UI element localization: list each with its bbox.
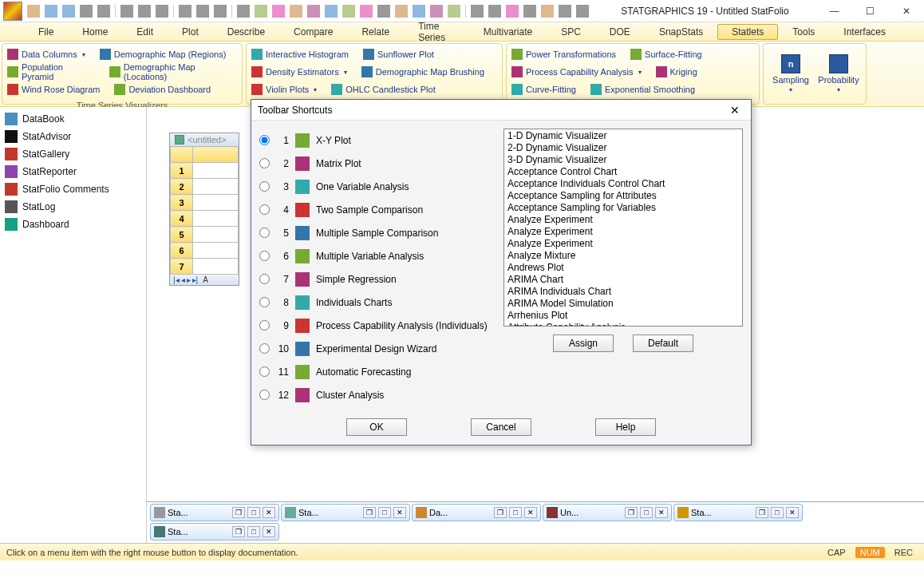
task-tile[interactable]: Sta...❐□✕: [673, 504, 803, 521]
ribbon-item[interactable]: Exponential Smoothing: [605, 85, 695, 94]
procedure-listbox[interactable]: 1-D Dynamic Visualizer2-D Dynamic Visual…: [503, 129, 743, 327]
paste-icon[interactable]: [138, 5, 151, 18]
shortcut-row-7[interactable]: 7Simple Regression: [259, 267, 499, 291]
list-item[interactable]: 3-D Dynamic Visualizer: [506, 154, 740, 166]
sidebar-item-statlog[interactable]: StatLog: [0, 198, 146, 216]
list-item[interactable]: ARIMA Chart: [506, 274, 740, 286]
list-icon[interactable]: [559, 5, 571, 18]
shortcut-radio[interactable]: [259, 390, 270, 400]
task-window-button[interactable]: ✕: [524, 507, 537, 518]
target-icon[interactable]: [506, 5, 519, 18]
task-window-button[interactable]: ✕: [655, 507, 668, 518]
dialog-titlebar[interactable]: Toolbar Shortcuts ✕: [251, 100, 751, 121]
datasheet-window[interactable]: <untitled> 1234567 |◂◂▸▸| A: [169, 133, 239, 286]
save-all-icon[interactable]: [62, 5, 75, 18]
list-item[interactable]: Acceptance Sampling for Variables: [506, 202, 740, 214]
menu-plot[interactable]: Plot: [168, 24, 213, 40]
shortcut-radio[interactable]: [259, 320, 270, 331]
shortcut-row-5[interactable]: 5Multiple Sample Comparison: [259, 221, 499, 244]
shortcut-radio[interactable]: [259, 228, 270, 238]
probability-button[interactable]: Probability ▾: [815, 47, 863, 101]
shortcut-row-6[interactable]: 6Multiple Variable Analysis: [259, 244, 499, 267]
menu-describe[interactable]: Describe: [213, 24, 279, 40]
menu-statlets[interactable]: Statlets: [717, 24, 778, 40]
task-window-button[interactable]: □: [509, 507, 522, 518]
shortcut-row-3[interactable]: 3One Variable Analysis: [259, 175, 499, 198]
search-icon[interactable]: [196, 5, 209, 18]
list-item[interactable]: Acceptance Control Chart: [506, 166, 740, 178]
save-icon[interactable]: [45, 5, 57, 18]
ribbon-item[interactable]: Demographic Map (Locations): [124, 62, 237, 81]
menu-time-series[interactable]: Time Series: [404, 18, 469, 46]
task-window-button[interactable]: ❐: [494, 507, 507, 518]
open-icon[interactable]: [27, 5, 40, 18]
cut-icon[interactable]: [120, 5, 133, 18]
ribbon-item[interactable]: Wind Rose Diagram: [22, 85, 100, 94]
ribbon-item[interactable]: Violin Plots: [266, 85, 309, 94]
task-window-button[interactable]: ✕: [263, 526, 275, 537]
task-tile[interactable]: Sta...❐□✕: [150, 523, 279, 540]
sidebar-item-statadvisor[interactable]: StatAdvisor: [0, 128, 146, 145]
minimize-button[interactable]: —: [816, 1, 852, 22]
list-item[interactable]: ARIMA Model Simulation: [506, 298, 740, 310]
shortcut-row-1[interactable]: 1X-Y Plot: [259, 129, 499, 152]
sidebar-item-statreporter[interactable]: StatReporter: [0, 163, 146, 180]
shortcut-row-4[interactable]: 4Two Sample Comparison: [259, 198, 499, 221]
cancel-button[interactable]: Cancel: [471, 418, 531, 436]
menu-tools[interactable]: Tools: [778, 24, 829, 40]
list-item[interactable]: 1-D Dynamic Visualizer: [506, 130, 740, 142]
ribbon-item[interactable]: OHLC Candlestick Plot: [346, 85, 436, 94]
shortcut-radio[interactable]: [259, 251, 270, 261]
task-window-button[interactable]: □: [247, 507, 260, 518]
chart8-icon[interactable]: [377, 5, 390, 18]
shortcut-radio[interactable]: [259, 181, 270, 192]
ribbon-item[interactable]: Process Capability Analysis: [526, 67, 634, 77]
menu-home[interactable]: Home: [68, 24, 122, 40]
shortcut-radio[interactable]: [259, 297, 270, 307]
sampling-button[interactable]: n Sampling ▾: [767, 47, 815, 101]
ribbon-item[interactable]: Curve-Fitting: [526, 85, 576, 94]
grid2-icon[interactable]: [488, 5, 501, 18]
shortcut-row-10[interactable]: 10Experimental Design Wizard: [259, 337, 499, 360]
task-window-button[interactable]: □: [771, 507, 784, 518]
copy-icon[interactable]: [97, 5, 110, 18]
zoom-icon[interactable]: [214, 5, 227, 18]
list-item[interactable]: Andrews Plot: [506, 262, 740, 274]
menu-relate[interactable]: Relate: [347, 24, 404, 40]
task-window-button[interactable]: ❐: [232, 526, 245, 537]
menu-interfaces[interactable]: Interfaces: [829, 24, 900, 40]
ribbon-item[interactable]: Data Columns: [22, 49, 77, 59]
menu-compare[interactable]: Compare: [279, 24, 347, 40]
shortcut-radio[interactable]: [259, 343, 270, 354]
chart4-icon[interactable]: [307, 5, 320, 18]
sidebar-item-databook[interactable]: DataBook: [0, 110, 146, 128]
task-window-button[interactable]: □: [640, 507, 653, 518]
list-item[interactable]: Analyze Experiment: [506, 238, 740, 250]
task-tile[interactable]: Sta...❐□✕: [150, 504, 279, 521]
sidebar-item-statfolio-comments[interactable]: StatFolio Comments: [0, 180, 146, 198]
chart12-icon[interactable]: [448, 5, 460, 18]
datasheet-nav[interactable]: |◂◂▸▸| A: [170, 275, 239, 285]
shortcut-radio[interactable]: [259, 366, 270, 377]
default-button[interactable]: Default: [633, 335, 693, 352]
help-button[interactable]: Help: [595, 418, 656, 436]
chart5-icon[interactable]: [325, 5, 338, 18]
chart3-icon[interactable]: [290, 5, 302, 18]
grad-icon[interactable]: [523, 5, 536, 18]
shortcut-row-11[interactable]: 11Automatic Forecasting: [259, 360, 499, 383]
task-window-button[interactable]: □: [378, 507, 391, 518]
chart6-icon[interactable]: [342, 5, 355, 18]
task-tile[interactable]: Un...❐□✕: [543, 504, 672, 521]
assign-button[interactable]: Assign: [553, 335, 614, 352]
ribbon-item[interactable]: Sunflower Plot: [377, 49, 434, 59]
list-item[interactable]: Arrhenius Plot: [506, 310, 740, 322]
data-grid[interactable]: 1234567: [170, 146, 239, 275]
task-window-button[interactable]: ✕: [393, 507, 406, 518]
maximize-button[interactable]: ☐: [852, 1, 888, 22]
menu-multivariate[interactable]: Multivariate: [469, 24, 547, 40]
task-tile[interactable]: Sta...❐□✕: [281, 504, 410, 521]
ribbon-item[interactable]: Population Pyramid: [22, 62, 95, 81]
list-item[interactable]: Analyze Experiment: [506, 226, 740, 238]
ribbon-item[interactable]: Interactive Histogram: [266, 49, 349, 59]
task-window-button[interactable]: ❐: [756, 507, 768, 518]
